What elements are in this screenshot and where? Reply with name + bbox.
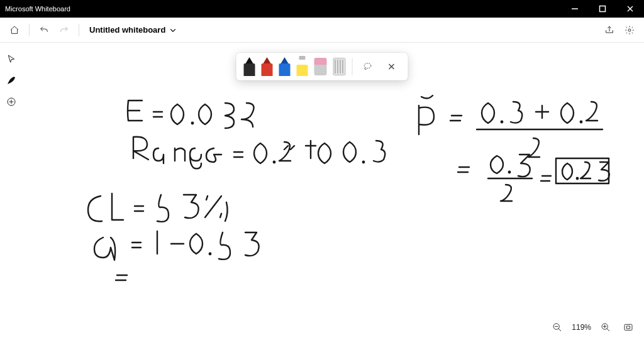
zoom-out-button[interactable] [549,319,565,335]
minimize-button[interactable] [561,0,589,18]
canvas-area[interactable] [0,43,644,317]
tray-separator [352,58,353,75]
window-titlebar: Microsoft Whiteboard [0,0,644,18]
fit-screen-button[interactable] [620,319,636,335]
svg-point-12 [274,161,275,163]
settings-button[interactable] [621,22,638,38]
svg-point-8 [364,63,371,68]
redo-button[interactable] [56,22,72,38]
zoom-in-button[interactable] [597,319,614,335]
ink-layer [0,43,644,317]
svg-point-14 [209,253,211,254]
toolbar-separator [79,24,79,36]
status-bar: 119% [541,317,644,338]
app-title: Microsoft Whiteboard [5,5,70,13]
svg-point-17 [509,172,510,173]
home-button[interactable] [6,22,23,38]
svg-point-4 [628,29,631,31]
undo-button[interactable] [36,22,52,38]
svg-rect-1 [600,6,606,12]
svg-point-11 [192,123,193,124]
svg-rect-18 [556,158,609,183]
toolbar-separator [29,24,30,36]
svg-point-13 [363,161,364,163]
close-tray-button[interactable] [383,58,401,75]
select-tool-button[interactable] [4,52,19,67]
maximize-button[interactable] [589,0,616,18]
pen-black[interactable] [244,57,255,76]
document-title-dropdown[interactable]: Untitled whiteboard [86,23,180,37]
svg-point-16 [580,121,582,123]
chevron-down-icon [169,26,177,34]
svg-point-19 [577,178,578,179]
highlighter-yellow[interactable] [297,57,308,76]
zoom-level-label: 119% [572,323,591,332]
ink-tool-button[interactable] [4,73,19,88]
left-tool-rail [0,43,23,109]
lasso-select-button[interactable] [359,58,377,75]
svg-line-24 [607,329,609,331]
pen-blue[interactable] [279,57,291,76]
share-button[interactable] [601,22,618,38]
svg-line-21 [558,329,561,331]
close-button[interactable] [616,0,644,18]
add-button[interactable] [4,94,19,109]
eraser-tool[interactable] [314,58,327,75]
pen-tray [236,53,408,80]
svg-rect-27 [625,324,632,330]
ruler-tool[interactable] [333,58,346,75]
svg-point-15 [501,121,502,123]
pen-red[interactable] [262,57,273,76]
top-toolbar: Untitled whiteboard [0,18,644,43]
window-controls [561,0,644,18]
document-title-text: Untitled whiteboard [89,25,165,35]
